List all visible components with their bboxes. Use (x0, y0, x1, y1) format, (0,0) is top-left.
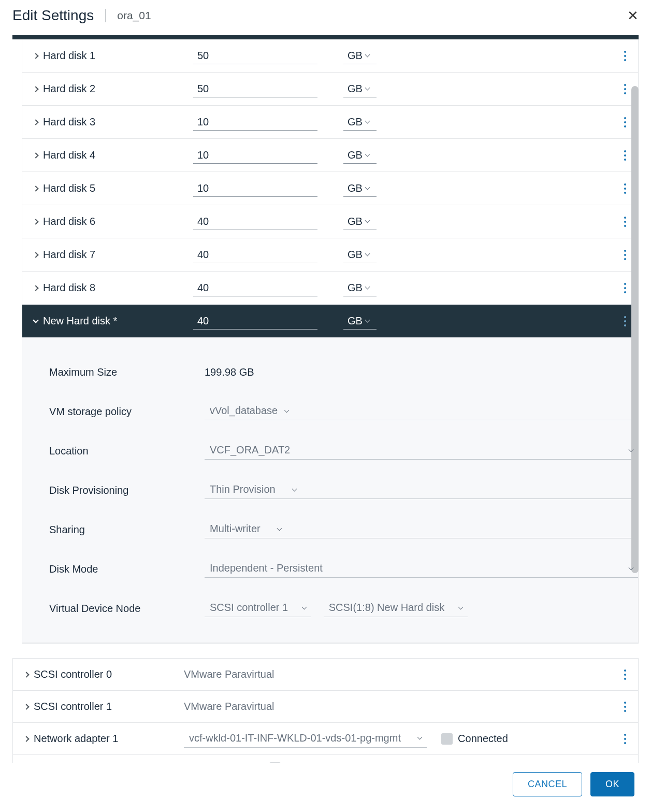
disk-size-input[interactable] (193, 180, 317, 197)
disk-name: Hard disk 5 (43, 182, 95, 194)
hard-disk-row: Hard disk 1 GB (22, 39, 638, 73)
connected-checkbox[interactable] (269, 762, 281, 763)
disk-expand-toggle[interactable]: Hard disk 6 (22, 216, 193, 227)
chevron-down-icon (458, 604, 463, 609)
more-actions-icon[interactable] (624, 674, 626, 676)
max-size-value: 199.98 GB (205, 366, 638, 378)
disk-unit-select[interactable]: GB (343, 81, 377, 97)
provisioning-select[interactable]: Thin Provision (205, 481, 638, 499)
more-actions-icon[interactable] (624, 154, 626, 156)
more-actions-icon[interactable] (624, 320, 626, 322)
new-hard-disk-row: New Hard disk * GB (22, 305, 638, 338)
more-actions-icon[interactable] (624, 738, 626, 740)
location-label: Location (49, 445, 205, 457)
controller-name: SCSI controller 0 (34, 668, 112, 680)
chevron-right-icon (23, 704, 29, 709)
chevron-right-icon (33, 252, 38, 258)
disk-expand-toggle[interactable]: Hard disk 4 (22, 149, 193, 161)
chevron-down-icon (365, 119, 370, 124)
sharing-label: Sharing (49, 524, 205, 536)
disk-size-input[interactable] (193, 147, 317, 164)
chevron-down-icon (292, 486, 297, 491)
disk-mode-label: Disk Mode (49, 563, 205, 575)
max-size-label: Maximum Size (49, 366, 205, 378)
disk-size-input[interactable] (193, 81, 317, 97)
vm-name: ora_01 (117, 9, 151, 22)
disk-mode-select[interactable]: Independent - Persistent (205, 560, 638, 578)
scsi-controller-row: SCSI controller 0 VMware Paravirtual (13, 659, 638, 691)
hard-disk-row: Hard disk 2 GB (22, 73, 638, 106)
scroll-area[interactable]: Hard disk 1 GB Hard disk 2 GB Hard disk … (0, 39, 651, 763)
hard-disk-row: Hard disk 3 GB (22, 106, 638, 139)
disk-size-input[interactable] (193, 213, 317, 230)
more-actions-icon[interactable] (624, 88, 626, 90)
disk-name: Hard disk 2 (43, 83, 95, 95)
chevron-down-icon (33, 317, 38, 323)
disk-size-input[interactable] (193, 280, 317, 296)
disk-expand-toggle[interactable]: Hard disk 5 (22, 182, 193, 194)
scrollbar-thumb[interactable] (631, 86, 639, 573)
cancel-button[interactable]: CANCEL (513, 772, 582, 796)
disk-size-input[interactable] (193, 313, 317, 330)
disk-name: New Hard disk * (43, 315, 117, 327)
chevron-right-icon (33, 285, 38, 291)
more-actions-icon[interactable] (624, 121, 626, 123)
new-disk-detail: Maximum Size199.98 GB VM storage policyv… (22, 338, 638, 643)
network-expand-toggle[interactable]: Network adapter 1 (13, 733, 184, 745)
disk-unit-select[interactable]: GB (343, 247, 377, 263)
disk-expand-toggle[interactable]: Hard disk 1 (22, 50, 193, 62)
controller-name: SCSI controller 1 (34, 701, 112, 713)
top-bar (12, 35, 639, 39)
disk-expand-toggle[interactable]: Hard disk 2 (22, 83, 193, 95)
chevron-down-icon (365, 284, 370, 290)
disk-name: Hard disk 6 (43, 216, 95, 227)
chevron-right-icon (33, 152, 38, 158)
disk-size-input[interactable] (193, 48, 317, 64)
title-divider (105, 9, 106, 22)
disk-unit-select[interactable]: GB (343, 114, 377, 131)
disk-expand-toggle[interactable]: Hard disk 3 (22, 116, 193, 128)
controller-expand-toggle[interactable]: SCSI controller 0 (13, 668, 184, 680)
more-actions-icon[interactable] (624, 188, 626, 190)
hard-disk-row: Hard disk 8 GB (22, 272, 638, 305)
more-actions-icon[interactable] (624, 287, 626, 289)
device-node-controller-select[interactable]: SCSI controller 1 (205, 600, 311, 617)
chevron-right-icon (33, 53, 38, 59)
sharing-select[interactable]: Multi-writer (205, 521, 638, 538)
disk-unit-select[interactable]: GB (343, 147, 377, 164)
disk-expand-toggle[interactable]: New Hard disk * (22, 315, 193, 327)
device-node-label: Virtual Device Node (49, 603, 205, 615)
disk-unit-select[interactable]: GB (343, 280, 377, 296)
disk-unit-select[interactable]: GB (343, 48, 377, 64)
chevron-right-icon (33, 219, 38, 224)
hard-disk-panel: Hard disk 1 GB Hard disk 2 GB Hard disk … (22, 39, 639, 644)
disk-expand-toggle[interactable]: Hard disk 8 (22, 282, 193, 294)
device-node-slot-select[interactable]: SCSI(1:8) New Hard disk (324, 600, 468, 617)
disk-unit-select[interactable]: GB (343, 313, 377, 330)
controller-expand-toggle[interactable]: SCSI controller 1 (13, 701, 184, 713)
close-icon[interactable]: ✕ (627, 9, 639, 22)
storage-policy-select[interactable]: vVol_database (205, 403, 638, 420)
disk-size-input[interactable] (193, 247, 317, 263)
chevron-down-icon (365, 251, 370, 257)
location-select[interactable]: VCF_ORA_DAT2 (205, 442, 638, 460)
network-select[interactable]: vlan-180 (184, 759, 255, 763)
disk-unit-select[interactable]: GB (343, 180, 377, 197)
connected-checkbox[interactable] (441, 733, 453, 745)
more-actions-icon[interactable] (624, 706, 626, 708)
ok-button[interactable]: OK (590, 772, 634, 796)
scsi-controller-row: SCSI controller 1 VMware Paravirtual (13, 691, 638, 723)
more-actions-icon[interactable] (624, 254, 626, 256)
dialog-header: Edit Settings ora_01 ✕ (0, 0, 651, 35)
disk-size-input[interactable] (193, 114, 317, 131)
more-actions-icon[interactable] (624, 221, 626, 223)
network-expand-toggle[interactable]: Network adapter 2 (13, 762, 184, 763)
network-select[interactable]: vcf-wkld-01-IT-INF-WKLD-01-vds-01-pg-mgm… (184, 730, 427, 748)
chevron-down-icon (365, 318, 370, 323)
chevron-down-icon (284, 407, 290, 412)
chevron-down-icon (417, 735, 423, 740)
disk-expand-toggle[interactable]: Hard disk 7 (22, 249, 193, 261)
chevron-down-icon (365, 52, 370, 58)
more-actions-icon[interactable] (624, 55, 626, 57)
disk-unit-select[interactable]: GB (343, 213, 377, 230)
